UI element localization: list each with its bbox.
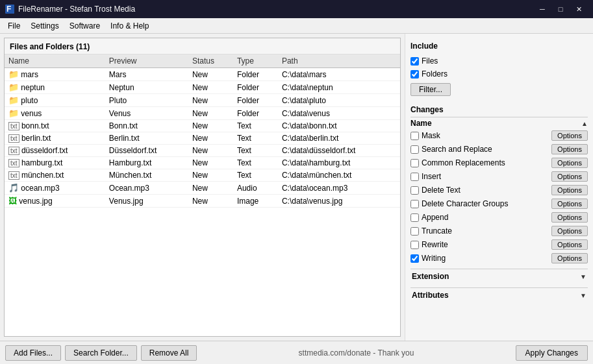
options-button[interactable]: Options [551, 239, 588, 250]
cell-type: Folder [233, 68, 278, 81]
table-row[interactable]: 🖼 venus.jpg Venus.jpg New Image C:\data\… [5, 195, 400, 208]
table-row[interactable]: 📁 mars Mars New Folder C:\data\mars [5, 68, 400, 81]
change-row-left: Insert [410, 172, 441, 181]
change-checkbox[interactable] [410, 227, 419, 236]
options-button[interactable]: Options [551, 144, 588, 154]
files-checkbox[interactable] [410, 57, 419, 66]
folders-check-row: Folders [410, 69, 588, 79]
change-row-left: Common Replacements [410, 158, 505, 167]
cell-name: 🖼 venus.jpg [5, 195, 105, 208]
cell-type: Audio [233, 182, 278, 195]
cell-path: C:\data\münchen.txt [278, 169, 400, 182]
table-row[interactable]: 📁 venus Venus New Folder C:\data\venus [5, 107, 400, 120]
cell-preview: Berlin.txt [105, 132, 188, 145]
options-button[interactable]: Options [551, 253, 588, 263]
window-controls: ─ □ ✕ [533, 0, 588, 18]
change-row-left: Delete Text [410, 186, 461, 195]
extension-row[interactable]: Extension ▼ [410, 269, 588, 284]
filter-button[interactable]: Filter... [410, 83, 451, 96]
menu-file[interactable]: File [3, 19, 25, 32]
change-checkbox[interactable] [410, 173, 419, 181]
cell-path: C:\data\ocean.mp3 [278, 182, 400, 195]
remove-all-button[interactable]: Remove All [141, 345, 197, 361]
minimize-button[interactable]: ─ [533, 0, 551, 18]
change-checkbox[interactable] [410, 132, 419, 140]
extension-chevron-icon: ▼ [580, 273, 587, 280]
files-check-row: Files [410, 56, 588, 66]
cell-preview: München.txt [105, 169, 188, 182]
change-checkbox[interactable] [410, 254, 419, 263]
change-checkbox[interactable] [410, 241, 419, 249]
cell-preview: Neptun [105, 81, 188, 94]
close-button[interactable]: ✕ [570, 0, 588, 18]
changes-name-col: Name [410, 119, 432, 128]
options-button[interactable]: Options [551, 226, 588, 236]
options-button[interactable]: Options [551, 130, 588, 141]
maximize-button[interactable]: □ [551, 0, 570, 18]
attributes-row[interactable]: Attributes ▼ [410, 287, 588, 302]
folder-icon: 📁 [8, 95, 19, 105]
change-label: Insert [422, 172, 441, 181]
change-label: Delete Text [422, 186, 461, 195]
cell-name: 🎵 ocean.mp3 [5, 182, 105, 195]
options-button[interactable]: Options [551, 171, 588, 182]
cell-preview: Düsseldorf.txt [105, 145, 188, 157]
cell-status: New [188, 132, 233, 145]
cell-status: New [188, 68, 233, 81]
change-checkbox[interactable] [410, 159, 419, 167]
table-row[interactable]: 🎵 ocean.mp3 Ocean.mp3 New Audio C:\data\… [5, 182, 400, 195]
change-label: Mask [422, 131, 440, 140]
options-button[interactable]: Options [551, 199, 588, 209]
table-row[interactable]: txt düsseldorf.txt Düsseldorf.txt New Te… [5, 145, 400, 157]
add-files-button[interactable]: Add Files... [5, 345, 61, 361]
change-checkbox[interactable] [410, 213, 419, 222]
change-checkbox[interactable] [410, 186, 419, 195]
cell-status: New [188, 182, 233, 195]
donate-text: sttmedia.com/donate - Thank you [201, 348, 511, 358]
change-row-left: Rewrite [410, 240, 448, 249]
window-title: FileRenamer - Stefan Trost Media [18, 5, 135, 14]
apply-changes-button[interactable]: Apply Changes [516, 345, 588, 361]
change-row: Delete Text Options [410, 184, 588, 197]
cell-type: Folder [233, 94, 278, 107]
txt-file-icon: txt [8, 159, 19, 167]
options-button[interactable]: Options [551, 185, 588, 195]
cell-type: Text [233, 157, 278, 169]
txt-file-icon: txt [8, 134, 19, 143]
changes-list: Mask Options Search and Replace Options … [410, 129, 588, 265]
table-row[interactable]: txt hamburg.txt Hamburg.txt New Text C:\… [5, 157, 400, 169]
file-table: Name Preview Status Type Path 📁 mars Mar… [5, 55, 400, 208]
menu-info-help[interactable]: Info & Help [105, 19, 154, 32]
search-folder-button[interactable]: Search Folder... [65, 345, 137, 361]
change-row: Mask Options [410, 129, 588, 142]
cell-type: Text [233, 169, 278, 182]
change-checkbox[interactable] [410, 200, 419, 208]
table-row[interactable]: 📁 pluto Pluto New Folder C:\data\pluto [5, 94, 400, 107]
change-checkbox[interactable] [410, 145, 419, 154]
cell-type: Folder [233, 81, 278, 94]
table-row[interactable]: txt münchen.txt München.txt New Text C:\… [5, 169, 400, 182]
options-button[interactable]: Options [551, 212, 588, 223]
cell-status: New [188, 195, 233, 208]
folders-checkbox[interactable] [410, 70, 419, 79]
table-row[interactable]: txt berlin.txt Berlin.txt New Text C:\da… [5, 132, 400, 145]
txt-file-icon: txt [8, 147, 19, 155]
folder-icon: 📁 [8, 82, 19, 92]
options-button[interactable]: Options [551, 158, 588, 168]
table-row[interactable]: 📁 neptun Neptun New Folder C:\data\neptu… [5, 81, 400, 94]
cell-status: New [188, 145, 233, 157]
changes-col-header: Name ▲ [410, 117, 588, 129]
change-row: Append Options [410, 211, 588, 224]
file-table-wrapper[interactable]: Name Preview Status Type Path 📁 mars Mar… [5, 55, 400, 336]
col-header-name[interactable]: Name [5, 55, 105, 68]
cell-status: New [188, 107, 233, 120]
col-header-path[interactable]: Path [278, 55, 400, 68]
col-header-type[interactable]: Type [233, 55, 278, 68]
col-header-preview[interactable]: Preview [105, 55, 188, 68]
col-header-status[interactable]: Status [188, 55, 233, 68]
cell-path: C:\data\bonn.txt [278, 120, 400, 132]
table-row[interactable]: txt bonn.txt Bonn.txt New Text C:\data\b… [5, 120, 400, 132]
folder-icon: 📁 [8, 108, 19, 118]
menu-software[interactable]: Software [64, 19, 105, 32]
menu-settings[interactable]: Settings [25, 19, 64, 32]
